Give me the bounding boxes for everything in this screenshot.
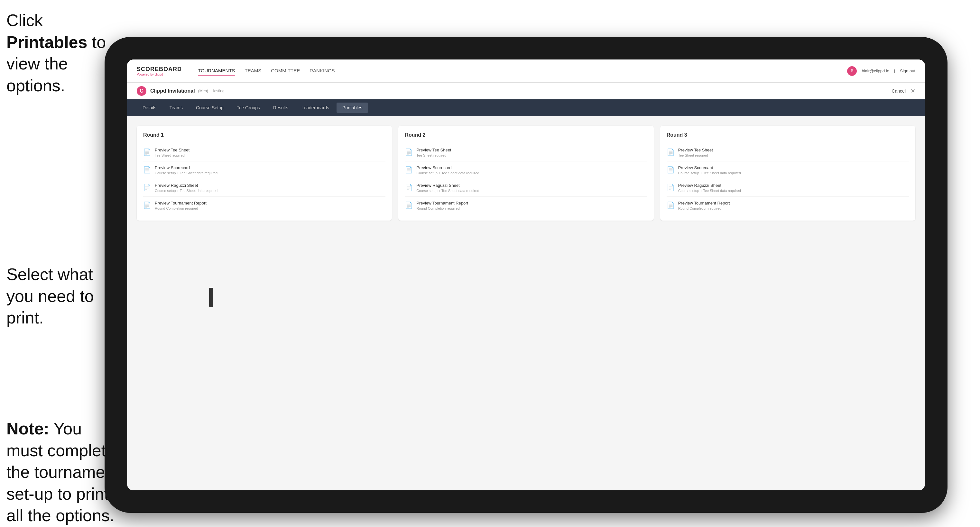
round-3-raguzzi-subtitle: Course setup + Tee Sheet data required (678, 189, 741, 193)
round-2-raguzzi-text: Preview Raguzzi Sheet Course setup + Tee… (416, 183, 479, 193)
tab-teams[interactable]: Teams (164, 103, 189, 113)
round-1-raguzzi-text: Preview Raguzzi Sheet Course setup + Tee… (155, 183, 218, 193)
round-1-report-text: Preview Tournament Report Round Completi… (155, 201, 207, 210)
round-2-report-subtitle: Round Completion required (416, 206, 468, 210)
round-2-title: Round 2 (405, 132, 647, 138)
round-3-tee-sheet-title: Preview Tee Sheet (678, 148, 713, 152)
logo-area: SCOREBOARD Powered by clippd (137, 66, 182, 76)
tournament-logo-icon: C (137, 86, 146, 96)
raguzzi-icon: 📄 (143, 184, 151, 193)
round-2-raguzzi-subtitle: Course setup + Tee Sheet data required (416, 189, 479, 193)
round-1-tee-sheet-text: Preview Tee Sheet Tee Sheet required (155, 148, 189, 157)
tee-sheet-icon: 📄 (143, 148, 151, 157)
round-3-raguzzi-text: Preview Raguzzi Sheet Course setup + Tee… (678, 183, 741, 193)
tab-bar: Details Teams Course Setup Tee Groups Re… (127, 99, 925, 116)
round-1-scorecard-text: Preview Scorecard Course setup + Tee She… (155, 165, 218, 175)
round-3-tee-sheet[interactable]: 📄 Preview Tee Sheet Tee Sheet required (667, 144, 909, 162)
nav-item-tournaments[interactable]: TOURNAMENTS (198, 66, 235, 76)
avatar: B (847, 66, 857, 76)
tournament-meta: (Men) (198, 89, 208, 93)
tournament-name: Clippd Invitational (150, 88, 195, 94)
round-1-scorecard-title: Preview Scorecard (155, 165, 218, 170)
scorecard-2-icon: 📄 (405, 166, 412, 175)
round-1-tee-sheet[interactable]: 📄 Preview Tee Sheet Tee Sheet required (143, 144, 385, 162)
raguzzi-2-icon: 📄 (405, 184, 412, 193)
content-area: Round 1 📄 Preview Tee Sheet Tee Sheet re… (127, 116, 925, 490)
close-icon[interactable]: ✕ (910, 87, 915, 95)
nav-item-rankings[interactable]: RANKINGS (310, 66, 335, 76)
round-3-scorecard-title: Preview Scorecard (678, 165, 741, 170)
round-3-scorecard[interactable]: 📄 Preview Scorecard Course setup + Tee S… (667, 162, 909, 179)
round-2-tee-sheet-subtitle: Tee Sheet required (416, 153, 451, 157)
round-1-scorecard[interactable]: 📄 Preview Scorecard Course setup + Tee S… (143, 162, 385, 179)
tablet-frame: SCOREBOARD Powered by clippd TOURNAMENTS… (105, 37, 948, 513)
instruction-middle-text: Select what you need to print. (6, 265, 94, 327)
sub-header-actions: Cancel ✕ (891, 87, 915, 95)
tablet-screen: SCOREBOARD Powered by clippd TOURNAMENTS… (127, 59, 925, 490)
tee-sheet-2-icon: 📄 (405, 148, 412, 157)
round-2-tee-sheet-text: Preview Tee Sheet Tee Sheet required (416, 148, 451, 157)
round-2-scorecard-subtitle: Course setup + Tee Sheet data required (416, 171, 479, 175)
tab-leaderboards[interactable]: Leaderboards (296, 103, 335, 113)
sign-out-button[interactable]: Sign out (900, 68, 915, 73)
round-3-raguzzi[interactable]: 📄 Preview Raguzzi Sheet Course setup + T… (667, 179, 909, 197)
main-nav: TOURNAMENTS TEAMS COMMITTEE RANKINGS (198, 66, 847, 76)
user-area: B blair@clippd.io | Sign out (847, 66, 915, 76)
round-2-section: Round 2 📄 Preview Tee Sheet Tee Sheet re… (398, 126, 654, 221)
round-1-report-title: Preview Tournament Report (155, 201, 207, 205)
round-2-report-title: Preview Tournament Report (416, 201, 468, 205)
round-3-report-title: Preview Tournament Report (678, 201, 730, 205)
round-1-scorecard-subtitle: Course setup + Tee Sheet data required (155, 171, 218, 175)
tournament-report-icon: 📄 (143, 201, 151, 210)
round-3-report-subtitle: Round Completion required (678, 206, 730, 210)
instruction-bold: Printables (6, 33, 87, 51)
tournament-report-2-icon: 📄 (405, 201, 412, 210)
round-2-raguzzi-title: Preview Raguzzi Sheet (416, 183, 479, 188)
top-nav: SCOREBOARD Powered by clippd TOURNAMENTS… (127, 59, 925, 83)
tee-sheet-3-icon: 📄 (667, 148, 675, 157)
round-1-tournament-report[interactable]: 📄 Preview Tournament Report Round Comple… (143, 197, 385, 214)
sub-header: C Clippd Invitational (Men) Hosting Canc… (127, 83, 925, 99)
round-3-scorecard-subtitle: Course setup + Tee Sheet data required (678, 171, 741, 175)
round-3-tee-sheet-subtitle: Tee Sheet required (678, 153, 713, 157)
rounds-container: Round 1 📄 Preview Tee Sheet Tee Sheet re… (137, 126, 915, 221)
round-1-title: Round 1 (143, 132, 385, 138)
round-1-raguzzi-title: Preview Raguzzi Sheet (155, 183, 218, 188)
logo-powered: Powered by clippd (137, 73, 182, 76)
round-1-report-subtitle: Round Completion required (155, 206, 207, 210)
round-2-tee-sheet-title: Preview Tee Sheet (416, 148, 451, 152)
tab-course-setup[interactable]: Course Setup (190, 103, 229, 113)
round-3-section: Round 3 📄 Preview Tee Sheet Tee Sheet re… (660, 126, 915, 221)
round-1-raguzzi[interactable]: 📄 Preview Raguzzi Sheet Course setup + T… (143, 179, 385, 197)
scorecard-icon: 📄 (143, 166, 151, 175)
tournament-report-3-icon: 📄 (667, 201, 675, 210)
round-2-scorecard-text: Preview Scorecard Course setup + Tee She… (416, 165, 479, 175)
round-3-tee-sheet-text: Preview Tee Sheet Tee Sheet required (678, 148, 713, 157)
round-2-scorecard[interactable]: 📄 Preview Scorecard Course setup + Tee S… (405, 162, 647, 179)
round-3-report-text: Preview Tournament Report Round Completi… (678, 201, 730, 210)
round-3-tournament-report[interactable]: 📄 Preview Tournament Report Round Comple… (667, 197, 909, 214)
round-1-tee-sheet-title: Preview Tee Sheet (155, 148, 189, 152)
tab-results[interactable]: Results (267, 103, 294, 113)
round-1-section: Round 1 📄 Preview Tee Sheet Tee Sheet re… (137, 126, 392, 221)
nav-item-teams[interactable]: TEAMS (245, 66, 262, 76)
tab-tee-groups[interactable]: Tee Groups (231, 103, 266, 113)
tab-printables[interactable]: Printables (337, 103, 368, 113)
logo-scoreboard: SCOREBOARD (137, 66, 182, 73)
round-1-tee-sheet-subtitle: Tee Sheet required (155, 153, 189, 157)
instruction-top: Click Printables to view the options. (6, 10, 110, 97)
sign-out-link[interactable]: | (894, 68, 895, 73)
round-3-raguzzi-title: Preview Raguzzi Sheet (678, 183, 741, 188)
round-2-tee-sheet[interactable]: 📄 Preview Tee Sheet Tee Sheet required (405, 144, 647, 162)
user-email: blair@clippd.io (862, 68, 889, 73)
nav-item-committee[interactable]: COMMITTEE (271, 66, 300, 76)
round-2-report-text: Preview Tournament Report Round Completi… (416, 201, 468, 210)
raguzzi-3-icon: 📄 (667, 184, 675, 193)
round-2-tournament-report[interactable]: 📄 Preview Tournament Report Round Comple… (405, 197, 647, 214)
tab-details[interactable]: Details (137, 103, 162, 113)
round-2-scorecard-title: Preview Scorecard (416, 165, 479, 170)
tournament-status: Hosting (212, 89, 224, 93)
round-2-raguzzi[interactable]: 📄 Preview Raguzzi Sheet Course setup + T… (405, 179, 647, 197)
cancel-button[interactable]: Cancel (891, 89, 906, 94)
round-3-scorecard-text: Preview Scorecard Course setup + Tee She… (678, 165, 741, 175)
